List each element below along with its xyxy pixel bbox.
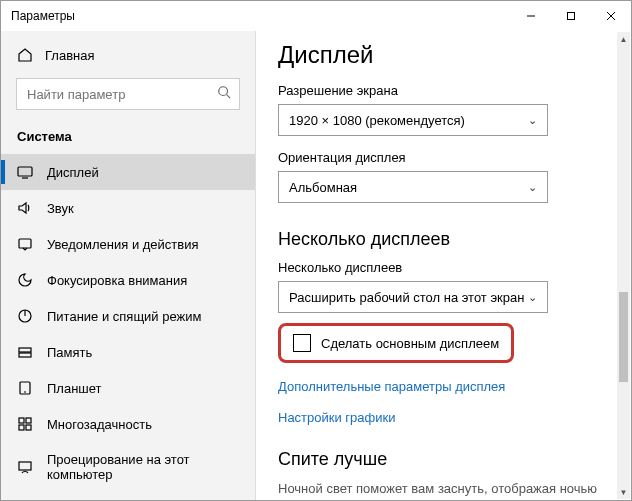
sidebar-item-label: Фокусировка внимания bbox=[47, 273, 187, 288]
home-icon bbox=[17, 47, 33, 63]
checkbox-label: Сделать основным дисплеем bbox=[321, 336, 499, 351]
graphics-settings-link[interactable]: Настройки графики bbox=[278, 410, 609, 425]
main-panel: Дисплей Разрешение экрана 1920 × 1080 (р… bbox=[256, 31, 631, 500]
sidebar-item-notifications[interactable]: Уведомления и действия bbox=[1, 226, 255, 262]
svg-rect-18 bbox=[26, 425, 31, 430]
search-wrap bbox=[17, 79, 239, 109]
svg-rect-8 bbox=[19, 239, 31, 248]
chevron-down-icon: ⌄ bbox=[528, 181, 537, 194]
sidebar-item-label: Планшет bbox=[47, 381, 102, 396]
resolution-value: 1920 × 1080 (рекомендуется) bbox=[289, 113, 465, 128]
multi-heading: Несколько дисплеев bbox=[278, 229, 609, 250]
svg-point-4 bbox=[219, 87, 228, 96]
chevron-down-icon: ⌄ bbox=[528, 291, 537, 304]
scrollbar[interactable]: ▲ ▼ bbox=[617, 32, 630, 499]
svg-line-5 bbox=[227, 95, 231, 99]
multi-combo[interactable]: Расширить рабочий стол на этот экран ⌄ bbox=[278, 281, 548, 313]
sidebar-item-label: Питание и спящий режим bbox=[47, 309, 201, 324]
resolution-combo[interactable]: 1920 × 1080 (рекомендуется) ⌄ bbox=[278, 104, 548, 136]
tablet-icon bbox=[17, 380, 33, 396]
page-title: Дисплей bbox=[278, 41, 609, 69]
svg-rect-6 bbox=[18, 167, 32, 176]
multi-value: Расширить рабочий стол на этот экран bbox=[289, 290, 524, 305]
sidebar-item-label: Звук bbox=[47, 201, 74, 216]
sidebar: Главная Система Дисплей Звук Уведомления… bbox=[1, 31, 256, 500]
notifications-icon bbox=[17, 236, 33, 252]
sidebar-item-shared[interactable]: Общие возможности bbox=[1, 492, 255, 500]
search-input[interactable] bbox=[17, 79, 239, 109]
sidebar-item-multitask[interactable]: Многозадачность bbox=[1, 406, 255, 442]
display-icon bbox=[17, 164, 33, 180]
chevron-down-icon: ⌄ bbox=[528, 114, 537, 127]
sidebar-item-display[interactable]: Дисплей bbox=[1, 154, 255, 190]
svg-rect-11 bbox=[19, 348, 31, 352]
sidebar-item-tablet[interactable]: Планшет bbox=[1, 370, 255, 406]
sound-icon bbox=[17, 200, 33, 216]
sidebar-nav: Дисплей Звук Уведомления и действия Фоку… bbox=[1, 154, 255, 500]
scroll-thumb[interactable] bbox=[619, 292, 628, 382]
window-controls bbox=[511, 1, 631, 31]
sidebar-section-label: Система bbox=[1, 117, 255, 154]
svg-rect-12 bbox=[19, 353, 31, 357]
sidebar-item-storage[interactable]: Память bbox=[1, 334, 255, 370]
svg-rect-16 bbox=[26, 418, 31, 423]
sidebar-item-sound[interactable]: Звук bbox=[1, 190, 255, 226]
sidebar-item-focus[interactable]: Фокусировка внимания bbox=[1, 262, 255, 298]
sidebar-item-label: Дисплей bbox=[47, 165, 99, 180]
multitask-icon bbox=[17, 416, 33, 432]
resolution-label: Разрешение экрана bbox=[278, 83, 609, 98]
svg-rect-17 bbox=[19, 425, 24, 430]
sidebar-item-projecting[interactable]: Проецирование на этот компьютер bbox=[1, 442, 255, 492]
multi-label: Несколько дисплеев bbox=[278, 260, 609, 275]
scroll-down-icon[interactable]: ▼ bbox=[617, 485, 630, 499]
scroll-up-icon[interactable]: ▲ bbox=[617, 32, 630, 46]
sidebar-item-label: Многозадачность bbox=[47, 417, 152, 432]
sidebar-item-power[interactable]: Питание и спящий режим bbox=[1, 298, 255, 334]
search-icon bbox=[217, 85, 231, 103]
orientation-label: Ориентация дисплея bbox=[278, 150, 609, 165]
minimize-button[interactable] bbox=[511, 1, 551, 31]
power-icon bbox=[17, 308, 33, 324]
focus-icon bbox=[17, 272, 33, 288]
orientation-value: Альбомная bbox=[289, 180, 357, 195]
sidebar-item-label: Память bbox=[47, 345, 92, 360]
svg-rect-19 bbox=[19, 462, 31, 470]
window-title: Параметры bbox=[11, 9, 511, 23]
sidebar-home[interactable]: Главная bbox=[1, 39, 255, 71]
svg-rect-15 bbox=[19, 418, 24, 423]
sidebar-item-label: Проецирование на этот компьютер bbox=[47, 452, 239, 482]
sleep-heading: Спите лучше bbox=[278, 449, 609, 470]
maximize-button[interactable] bbox=[551, 1, 591, 31]
checkbox-box bbox=[293, 334, 311, 352]
primary-display-checkbox[interactable]: Сделать основным дисплеем bbox=[278, 323, 514, 363]
orientation-combo[interactable]: Альбомная ⌄ bbox=[278, 171, 548, 203]
svg-rect-1 bbox=[568, 13, 575, 20]
close-button[interactable] bbox=[591, 1, 631, 31]
sidebar-item-label: Уведомления и действия bbox=[47, 237, 199, 252]
sidebar-home-label: Главная bbox=[45, 48, 94, 63]
advanced-display-link[interactable]: Дополнительные параметры дисплея bbox=[278, 379, 609, 394]
titlebar: Параметры bbox=[1, 1, 631, 31]
storage-icon bbox=[17, 344, 33, 360]
projecting-icon bbox=[17, 459, 33, 475]
sleep-description: Ночной свет поможет вам заснуть, отображ… bbox=[278, 480, 609, 500]
